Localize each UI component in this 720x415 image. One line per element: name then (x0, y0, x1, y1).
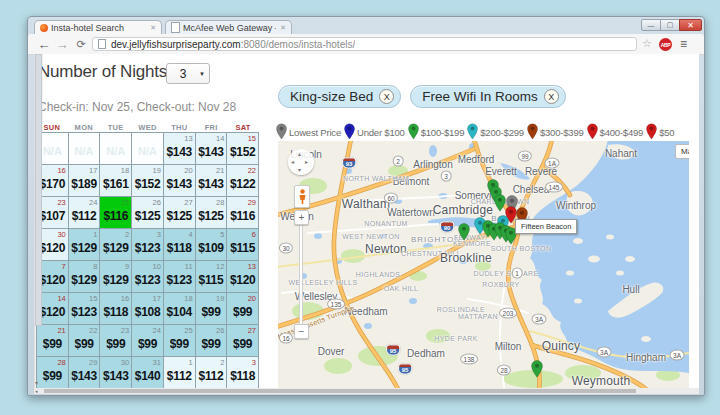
scroll-down-icon[interactable]: ▾ (35, 379, 38, 386)
bookmark-star-icon[interactable]: ☆ (642, 37, 652, 50)
horizontal-scrollbar-thumb[interactable] (44, 389, 636, 393)
interstate-shield: 95 (387, 346, 399, 355)
window-minimize-button[interactable]: — (641, 19, 661, 31)
pan-left-icon[interactable]: ◂ (291, 158, 294, 165)
horizontal-scrollbar[interactable]: ◂ (34, 388, 699, 394)
calendar-cell[interactable]: 28$99 (37, 357, 69, 388)
calendar-cell[interactable]: 24$112 (69, 197, 101, 229)
calendar-cell[interactable]: 15$152 (227, 133, 259, 165)
calendar-cell[interactable]: 17$108 (132, 293, 164, 325)
map-canvas[interactable]: LincolnArlingtonMedfordBelmontNORTH WALT… (278, 141, 689, 388)
route-shield: 3A (597, 347, 612, 358)
forward-button[interactable]: → (54, 36, 70, 52)
calendar-cell[interactable]: 29$143 (69, 357, 101, 388)
calendar-cell[interactable]: N/A (69, 133, 101, 165)
calendar-cell[interactable]: 20$143 (164, 165, 196, 197)
calendar-cell[interactable]: 19$99 (196, 293, 228, 325)
calendar-cell[interactable]: 2$112 (196, 357, 228, 388)
calendar-cell[interactable]: 6$115 (227, 229, 259, 261)
calendar-cell[interactable]: 17$189 (69, 165, 101, 197)
calendar-cell[interactable]: 8$129 (69, 261, 101, 293)
calendar-cell[interactable]: 28$125 (196, 197, 228, 229)
adblock-extension-icon[interactable]: ABP (659, 38, 672, 51)
calendar-cell[interactable]: 18$104 (164, 293, 196, 325)
calendar-date: 1 (164, 357, 195, 367)
street-view-pegman[interactable] (294, 185, 310, 208)
calendar-cell[interactable]: 31$140 (132, 357, 164, 388)
map-pan-control[interactable]: ▴ ▾ ◂ ▸ (288, 149, 314, 175)
calendar-cell[interactable]: N/A (100, 133, 132, 165)
back-button[interactable]: ← (36, 36, 52, 52)
tab-close-icon[interactable]: ✕ (150, 24, 156, 31)
calendar-cell[interactable]: 20$99 (227, 293, 259, 325)
tab-mcafee-web-gateway[interactable]: McAfee Web Gateway - N ✕ (165, 20, 292, 34)
calendar-cell[interactable]: 10$123 (132, 261, 164, 293)
scroll-left-icon[interactable]: ◂ (35, 388, 38, 394)
calendar-cell-selected[interactable]: 25$116 (100, 197, 132, 229)
calendar-cell[interactable]: 11$123 (164, 261, 196, 293)
pan-right-icon[interactable]: ▸ (305, 158, 308, 165)
calendar-cell[interactable]: 4$118 (164, 229, 196, 261)
site-favicon (40, 24, 48, 32)
route-shield: 138 (460, 354, 478, 365)
calendar-cell[interactable]: 13$143 (164, 133, 196, 165)
remove-filter-icon[interactable]: X (544, 89, 559, 104)
calendar-cell[interactable]: 19$152 (132, 165, 164, 197)
map-type-button[interactable]: Map (675, 144, 689, 159)
pan-down-icon[interactable]: ▾ (298, 166, 301, 173)
calendar-cell[interactable]: 3$123 (132, 229, 164, 261)
route-shield: 60 (384, 193, 398, 204)
calendar-cell[interactable]: 9$129 (100, 261, 132, 293)
calendar-cell[interactable]: 13$120 (227, 261, 259, 293)
calendar-cell[interactable]: 22$122 (227, 165, 259, 197)
window-maximize-button[interactable]: ▢ (660, 19, 680, 31)
calendar-cell[interactable]: 29$116 (227, 197, 259, 229)
reload-button[interactable]: ⟳ (73, 36, 89, 52)
calendar-cell[interactable]: 15$123 (69, 293, 101, 325)
map-label: Medford (458, 154, 495, 165)
zoom-slider-track[interactable] (299, 223, 303, 326)
calendar-cell[interactable]: 1$129 (69, 229, 101, 261)
calendar-cell[interactable]: 23$99 (100, 325, 132, 357)
calendar-cell[interactable]: 16$118 (100, 293, 132, 325)
zoom-out-button[interactable]: − (294, 324, 309, 339)
calendar-cell[interactable]: 27$125 (164, 197, 196, 229)
calendar-price: $99 (164, 337, 195, 352)
calendar-cell[interactable]: 26$125 (132, 197, 164, 229)
calendar-cell[interactable]: 21$99 (37, 325, 69, 357)
calendar-cell[interactable]: N/A (132, 133, 164, 165)
pan-up-icon[interactable]: ▴ (298, 150, 301, 157)
calendar-cell[interactable]: 2$129 (100, 229, 132, 261)
calendar-cell[interactable]: 22$99 (69, 325, 101, 357)
calendar-cell[interactable]: 14$143 (196, 133, 228, 165)
calendar-cell[interactable]: 5$109 (196, 229, 228, 261)
tab-close-icon[interactable]: ✕ (280, 24, 286, 31)
calendar-cell[interactable]: 24$99 (132, 325, 164, 357)
calendar-cell[interactable]: 18$161 (100, 165, 132, 197)
calendar-cell[interactable]: 3$118 (227, 357, 259, 388)
nights-select[interactable]: 3 ▼ (166, 63, 210, 84)
map-pin-green[interactable] (531, 360, 543, 378)
calendar-cell[interactable]: 25$99 (164, 325, 196, 357)
zoom-in-button[interactable]: + (294, 210, 309, 225)
map-label: Dedham (407, 348, 445, 359)
calendar-price: $115 (196, 273, 227, 288)
tab-insta-hotel-search[interactable]: Insta-hotel Search ✕ (34, 20, 162, 34)
vertical-scrollbar-thumb[interactable] (35, 54, 42, 326)
filter-chip-free-wifi[interactable]: Free Wifi In Rooms X (410, 85, 566, 108)
window-close-button[interactable]: ✕ (679, 19, 702, 31)
calendar-cell[interactable]: 12$115 (196, 261, 228, 293)
browser-menu-icon[interactable]: ≡ (680, 37, 687, 51)
calendar-cell[interactable]: 26$99 (196, 325, 228, 357)
address-bar[interactable]: dev.jellyfishsurpriseparty.com:8080/demo… (92, 37, 637, 51)
calendar-price: $99 (37, 337, 68, 352)
calendar-cell[interactable]: 30$143 (100, 357, 132, 388)
filter-chip-king-size-bed[interactable]: King-size Bed X (278, 85, 401, 108)
calendar-cell[interactable]: 1$112 (164, 357, 196, 388)
remove-filter-icon[interactable]: X (379, 89, 394, 104)
calendar-cell[interactable]: 21$143 (196, 165, 228, 197)
map-pin-green[interactable] (458, 223, 470, 241)
calendar-date: 2 (100, 229, 131, 239)
calendar-cell[interactable]: 27$99 (227, 325, 259, 357)
calendar-price: $112 (164, 369, 195, 384)
